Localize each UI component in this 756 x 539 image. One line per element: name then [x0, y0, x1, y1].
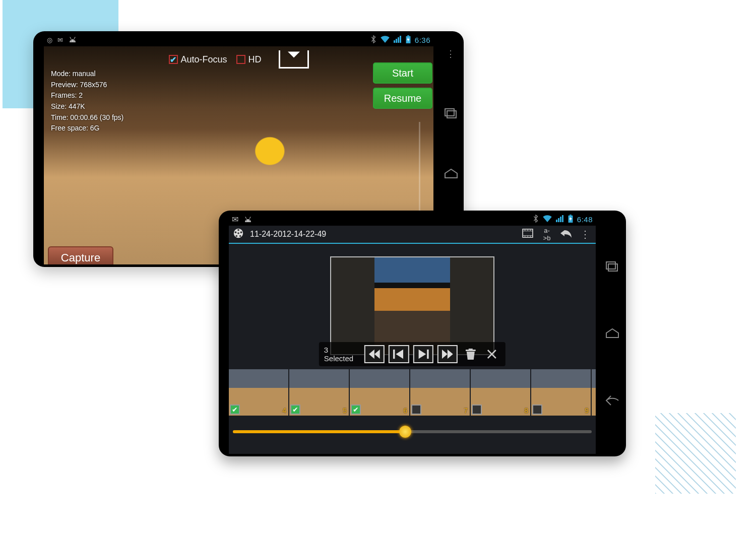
step-forward-button[interactable]	[413, 345, 433, 363]
resume-button[interactable]: Resume	[373, 88, 432, 109]
mail-icon: ✉	[57, 36, 63, 44]
status-bar: ✉ 6:48	[229, 213, 596, 226]
frame-thumbnail[interactable]: 9	[531, 369, 591, 416]
signal-icon	[556, 215, 564, 224]
frame-thumbnail[interactable]: 5	[289, 369, 349, 416]
svg-rect-6	[445, 109, 454, 116]
android-icon	[68, 36, 77, 44]
dropdown-button[interactable]	[279, 50, 309, 69]
frames-icon[interactable]	[521, 229, 534, 240]
gps-icon: ◎	[47, 36, 52, 44]
decor-stripes	[655, 413, 736, 494]
preview-image	[374, 257, 450, 354]
svg-point-17	[240, 231, 242, 233]
frame-number: 9	[585, 407, 589, 415]
back-nav-icon[interactable]	[605, 394, 620, 407]
clock: 6:48	[577, 215, 593, 224]
frame-thumbnail[interactable]	[592, 369, 596, 416]
svg-rect-33	[608, 264, 617, 271]
frame-thumbnail[interactable]: 7	[410, 369, 470, 416]
start-button[interactable]: Start	[373, 62, 432, 84]
thumbnail-checkbox[interactable]	[532, 405, 542, 415]
rewind-button[interactable]	[364, 345, 385, 363]
frame-thumbnail[interactable]: 8	[471, 369, 530, 416]
svg-point-9	[249, 220, 250, 221]
svg-point-16	[237, 229, 239, 231]
timeline-slider[interactable]	[233, 423, 592, 442]
overflow-menu-icon[interactable]: ⋮	[579, 228, 592, 240]
frame-number: 4	[282, 407, 286, 415]
autofocus-checkbox[interactable]: Auto-Focus	[168, 54, 227, 65]
android-icon	[243, 215, 253, 224]
fast-forward-button[interactable]	[437, 345, 458, 363]
delete-button[interactable]	[462, 345, 479, 363]
svg-rect-5	[407, 35, 409, 36]
ab-button[interactable]: a->b	[540, 227, 553, 242]
step-back-button[interactable]	[389, 345, 409, 363]
bluetooth-icon	[533, 215, 539, 225]
thumbnail-strip[interactable]: 456789	[229, 369, 596, 416]
autofocus-label: Auto-Focus	[180, 54, 227, 65]
svg-line-3	[74, 37, 75, 39]
svg-rect-7	[447, 111, 456, 118]
hd-checkbox[interactable]: HD	[236, 54, 262, 65]
mail-icon: ✉	[232, 215, 238, 224]
project-title: 11-24-2012-14-22-49	[250, 230, 515, 239]
svg-rect-31	[427, 350, 429, 359]
svg-point-20	[235, 231, 237, 233]
preview-frame[interactable]	[330, 256, 494, 355]
app-bar: 11-24-2012-14-22-49 a->b ⋮	[229, 226, 596, 244]
bluetooth-icon	[370, 35, 376, 45]
wifi-icon	[543, 215, 552, 224]
svg-point-15	[237, 232, 239, 234]
frame-number: 6	[403, 407, 407, 415]
status-bar: ◎ ✉ 6:36	[44, 34, 433, 46]
phone-editor: ✉ 6:48	[219, 211, 626, 456]
battery-icon	[406, 35, 411, 45]
thumbnail-checkbox[interactable]	[351, 405, 361, 415]
svg-line-10	[245, 217, 246, 219]
clock: 6:36	[415, 36, 430, 44]
svg-point-1	[74, 40, 75, 41]
thumbnail-checkbox[interactable]	[411, 405, 421, 415]
battery-icon	[568, 215, 573, 225]
selection-count: 3 Selected	[324, 346, 358, 363]
capture-info: Mode: manual Preview: 768x576 Frames: 2 …	[51, 69, 123, 134]
undo-icon[interactable]	[559, 228, 573, 240]
frame-thumbnail[interactable]: 4	[229, 369, 288, 416]
capture-button[interactable]: Capture	[48, 246, 113, 264]
thumbnail-checkbox[interactable]	[290, 405, 300, 415]
frame-thumbnail[interactable]: 6	[350, 369, 409, 416]
svg-rect-13	[570, 215, 572, 216]
svg-point-8	[246, 220, 247, 221]
checkbox-unchecked-icon	[236, 55, 245, 64]
svg-line-11	[249, 217, 250, 219]
home-nav-icon[interactable]	[605, 327, 620, 340]
thumbnail-checkbox[interactable]	[230, 405, 240, 415]
svg-point-19	[236, 235, 238, 237]
thumbnail-checkbox[interactable]	[472, 405, 482, 415]
frame-number: 8	[524, 407, 528, 415]
close-selection-button[interactable]	[483, 345, 500, 363]
svg-point-0	[71, 40, 72, 41]
svg-point-18	[239, 235, 241, 237]
wifi-icon	[381, 36, 390, 44]
hd-label: HD	[248, 54, 262, 65]
svg-rect-30	[393, 350, 395, 359]
playback-controls: 3 Selected	[319, 342, 506, 366]
checkbox-checked-icon	[168, 55, 177, 64]
svg-line-2	[70, 37, 71, 39]
reel-icon	[233, 228, 244, 241]
svg-rect-32	[606, 262, 615, 269]
frame-number: 7	[464, 407, 468, 415]
home-nav-icon[interactable]	[444, 168, 459, 180]
preview-area: 3 Selected	[229, 244, 596, 367]
frame-number: 5	[343, 407, 347, 415]
overflow-menu-icon[interactable]: ⋮	[446, 48, 456, 59]
signal-icon	[394, 36, 402, 44]
recents-nav-icon[interactable]	[605, 260, 620, 273]
recents-nav-icon[interactable]	[444, 107, 459, 119]
